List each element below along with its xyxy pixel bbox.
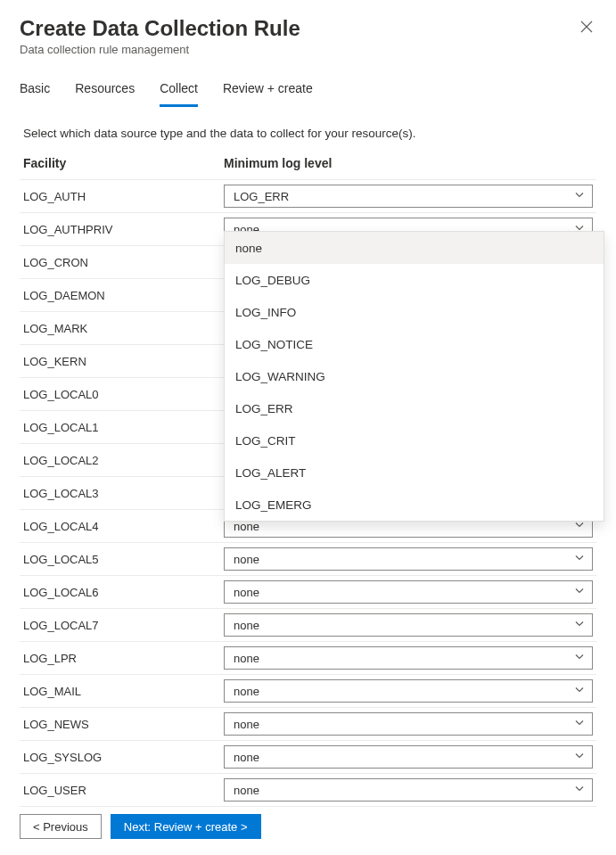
select-value: LOG_ERR (234, 190, 289, 203)
dropdown-option[interactable]: LOG_ALERT (225, 456, 604, 489)
facility-label: LOG_SYSLOG (23, 751, 224, 764)
facility-label: LOG_MARK (23, 322, 224, 335)
table-row: LOG_LPRnone (20, 642, 596, 675)
facility-label: LOG_AUTH (23, 190, 224, 203)
facility-label: LOG_LPR (23, 652, 224, 665)
select-value: none (234, 751, 259, 764)
dropdown-option[interactable]: LOG_ERR (225, 392, 604, 424)
column-header-facility: Facility (23, 156, 224, 170)
select-value: none (234, 685, 259, 698)
log-level-select[interactable]: none (224, 580, 593, 604)
chevron-down-icon (574, 784, 585, 797)
facility-label: LOG_LOCAL6 (23, 586, 224, 599)
table-row: LOG_LOCAL5none (20, 543, 596, 576)
tab-bar: BasicResourcesCollectReview + create (20, 76, 596, 107)
facility-label: LOG_LOCAL0 (23, 388, 224, 401)
dropdown-option[interactable]: LOG_EMERG (225, 489, 604, 521)
chevron-down-icon (574, 751, 585, 764)
table-row: LOG_NEWSnone (20, 708, 596, 741)
table-row: LOG_LOCAL6none (20, 576, 596, 609)
table-row: LOG_MAILnone (20, 675, 596, 708)
tab-collect[interactable]: Collect (160, 76, 198, 107)
log-level-select[interactable]: none (224, 778, 593, 802)
log-level-dropdown[interactable]: noneLOG_DEBUGLOG_INFOLOG_NOTICELOG_WARNI… (224, 231, 604, 522)
facility-label: LOG_MAIL (23, 685, 224, 698)
select-value: none (234, 652, 259, 665)
table-row: LOG_LOCAL7none (20, 609, 596, 642)
chevron-down-icon (574, 619, 585, 632)
select-value: none (234, 586, 259, 599)
chevron-down-icon (574, 586, 585, 599)
facility-label: LOG_NEWS (23, 718, 224, 731)
log-level-select[interactable]: none (224, 712, 593, 736)
facility-label: LOG_LOCAL3 (23, 487, 224, 500)
facility-label: LOG_CRON (23, 256, 224, 269)
select-value: none (234, 718, 259, 731)
dropdown-option[interactable]: LOG_INFO (225, 296, 604, 328)
facility-label: LOG_LOCAL1 (23, 421, 224, 434)
log-level-select[interactable]: none (224, 679, 593, 703)
log-level-select[interactable]: none (224, 646, 593, 670)
facility-label: LOG_AUTHPRIV (23, 223, 224, 236)
select-value: none (234, 784, 259, 797)
dropdown-option[interactable]: LOG_DEBUG (225, 264, 604, 296)
tab-resources[interactable]: Resources (75, 76, 135, 107)
previous-button[interactable]: < Previous (20, 814, 102, 839)
chevron-down-icon (574, 652, 585, 665)
log-level-select[interactable]: LOG_ERR (224, 185, 593, 208)
next-button[interactable]: Next: Review + create > (111, 814, 261, 839)
log-level-select[interactable]: none (224, 547, 593, 571)
log-level-select[interactable]: none (224, 613, 593, 637)
dropdown-option[interactable]: none (225, 232, 604, 264)
close-icon[interactable] (577, 16, 596, 39)
facility-label: LOG_LOCAL4 (23, 520, 224, 533)
page-subtitle: Data collection rule management (20, 43, 300, 56)
facility-label: LOG_LOCAL5 (23, 553, 224, 566)
chevron-down-icon (574, 553, 585, 566)
table-row: LOG_SYSLOGnone (20, 741, 596, 774)
log-level-select[interactable]: none (224, 745, 593, 769)
instruction-text: Select which data source type and the da… (23, 127, 596, 140)
facility-label: LOG_USER (23, 784, 224, 797)
table-row: LOG_AUTHLOG_ERR (20, 180, 596, 213)
chevron-down-icon (574, 190, 585, 203)
chevron-down-icon (574, 718, 585, 731)
tab-basic[interactable]: Basic (20, 76, 50, 107)
facility-label: LOG_KERN (23, 355, 224, 368)
dropdown-option[interactable]: LOG_WARNING (225, 360, 604, 392)
facility-label: LOG_LOCAL7 (23, 619, 224, 632)
tab-review[interactable]: Review + create (223, 76, 313, 107)
select-value: none (234, 619, 259, 632)
facility-label: LOG_DAEMON (23, 289, 224, 302)
facility-label: LOG_LOCAL2 (23, 454, 224, 467)
dropdown-option[interactable]: LOG_CRIT (225, 424, 604, 456)
chevron-down-icon (574, 685, 585, 698)
select-value: none (234, 553, 259, 566)
column-header-level: Minimum log level (224, 156, 593, 170)
table-row: LOG_USERnone (20, 774, 596, 807)
page-title: Create Data Collection Rule (20, 16, 300, 41)
dropdown-option[interactable]: LOG_NOTICE (225, 328, 604, 360)
